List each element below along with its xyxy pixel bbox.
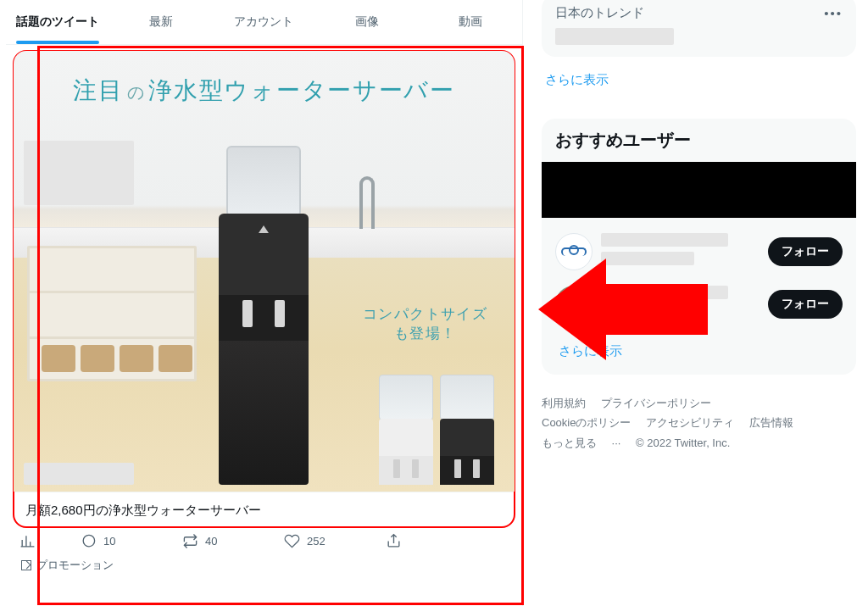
ad-compact-l1: コンパクトサイズ — [363, 306, 487, 322]
promoted-text: プロモーション — [36, 558, 114, 573]
redaction-block — [601, 304, 694, 318]
water-server-mini-black — [440, 375, 494, 485]
tab-photos-label: 画像 — [355, 14, 379, 30]
ad-creative: 注目の浄水型ウォーターサーバー コンパクトサイズ も登場！ — [14, 51, 515, 492]
reply-action[interactable]: 10 — [81, 533, 182, 549]
footer-more[interactable]: もっと見る ··· — [542, 436, 620, 449]
suggested-user-row[interactable]: フォロー — [555, 286, 843, 323]
redaction-block — [24, 141, 134, 205]
analytics-action[interactable] — [19, 533, 81, 549]
tab-people-label: アカウント — [234, 14, 293, 30]
who-to-follow-title: おすすめユーザー — [555, 129, 843, 152]
tab-top-label: 話題のツイート — [16, 14, 99, 30]
user-name-block — [601, 233, 760, 270]
follow-button[interactable]: フォロー — [768, 237, 843, 266]
trends-card: 日本のトレンド ••• — [542, 0, 856, 57]
promoted-icon — [21, 560, 31, 570]
who-to-follow-card: おすすめユーザー フォロー フォロー さらに表示 — [542, 119, 856, 375]
water-server-mini-white — [379, 375, 433, 485]
promoted-label: プロモーション — [13, 553, 515, 581]
share-icon — [386, 533, 402, 549]
ad-headline-main: 浄水型ウォーターサーバー — [148, 77, 454, 103]
footer-ads[interactable]: 広告情報 — [749, 416, 793, 429]
tab-photos[interactable]: 画像 — [315, 0, 419, 44]
who-show-more[interactable]: さらに表示 — [559, 343, 622, 359]
search-tabs: 話題のツイート 最新 アカウント 画像 動画 — [6, 0, 522, 45]
footer-cookie[interactable]: Cookieのポリシー — [542, 416, 631, 429]
trends-title: 日本のトレンド — [555, 5, 644, 21]
footer-accessibility[interactable]: アクセシビリティ — [646, 416, 734, 429]
retweet-action[interactable]: 40 — [182, 533, 284, 549]
redaction-block — [601, 286, 728, 299]
ad-headline-particle: の — [127, 83, 146, 102]
tab-people[interactable]: アカウント — [213, 0, 316, 44]
follow-button[interactable]: フォロー — [768, 290, 843, 319]
redaction-block — [601, 233, 728, 247]
retweet-icon — [182, 533, 198, 549]
ad-card-text: 月額2,680円の浄水型ウォーターサーバー — [14, 492, 515, 527]
avatar — [555, 286, 593, 323]
ad-compact-l2: も登場！ — [394, 325, 456, 342]
emblem-icon — [561, 247, 587, 256]
sidebar-column: 日本のトレンド ••• さらに表示 おすすめユーザー フォロー — [523, 0, 868, 606]
suggested-user-row[interactable]: フォロー — [555, 233, 843, 270]
water-server-main — [219, 146, 309, 492]
user-name-block — [601, 286, 760, 323]
tab-latest[interactable]: 最新 — [109, 0, 213, 44]
ad-headline-accent: 注目 — [73, 77, 123, 103]
ad-compact-callout: コンパクトサイズ も登場！ — [363, 305, 487, 344]
trends-show-more[interactable]: さらに表示 — [545, 72, 609, 88]
reply-count: 10 — [103, 535, 115, 548]
redaction-block — [542, 162, 856, 218]
promoted-tweet-card[interactable]: 注目の浄水型ウォーターサーバー コンパクトサイズ も登場！ — [13, 50, 515, 528]
retweet-count: 40 — [205, 535, 217, 548]
wall-shelf — [27, 246, 197, 381]
like-action[interactable]: 252 — [284, 533, 386, 549]
footer-terms[interactable]: 利用規約 — [542, 397, 586, 409]
avatar — [555, 233, 593, 270]
more-icon[interactable]: ••• — [824, 6, 843, 20]
heart-icon — [284, 533, 300, 549]
footer-links: 利用規約 プライバシーポリシー Cookieのポリシー アクセシビリティ 広告情… — [542, 393, 856, 453]
redaction-block — [555, 28, 674, 45]
analytics-icon — [19, 533, 36, 549]
share-action[interactable] — [386, 533, 487, 549]
redaction-block — [24, 463, 134, 485]
faucet — [359, 176, 375, 229]
footer-privacy[interactable]: プライバシーポリシー — [601, 397, 711, 409]
reply-icon — [81, 533, 97, 549]
tab-top[interactable]: 話題のツイート — [6, 0, 109, 44]
tab-videos-label: 動画 — [459, 14, 482, 30]
ad-headline: 注目の浄水型ウォーターサーバー — [14, 75, 515, 107]
footer-copyright: © 2022 Twitter, Inc. — [636, 436, 730, 449]
tab-videos[interactable]: 動画 — [419, 0, 522, 44]
like-count: 252 — [307, 535, 326, 548]
tab-latest-label: 最新 — [149, 14, 173, 30]
main-column: 話題のツイート 最新 アカウント 画像 動画 注目の浄水型ウォーターサーバー — [0, 0, 523, 606]
tweet-actions: 10 40 252 — [13, 528, 515, 553]
redaction-block — [601, 252, 694, 265]
